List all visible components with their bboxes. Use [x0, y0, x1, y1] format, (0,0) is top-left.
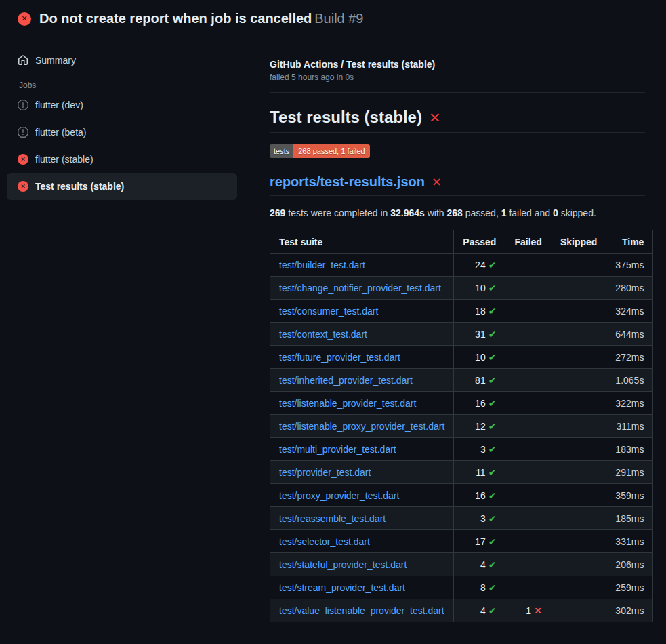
section-heading-row: Test results (stable) ✕: [270, 108, 645, 133]
sidebar-summary-label: Summary: [35, 55, 76, 66]
sidebar-item-test-results-stable[interactable]: ✕Test results (stable): [7, 173, 237, 200]
sidebar-jobs-label: Jobs: [19, 81, 237, 90]
passed-cell: 11✔: [454, 461, 505, 484]
sidebar-item-label: flutter (dev): [35, 100, 83, 110]
test-suite-link[interactable]: test/provider_test.dart: [279, 467, 371, 478]
sidebar-item-summary[interactable]: Summary: [7, 47, 237, 74]
skipped-cell: [551, 415, 606, 438]
test-suite-link[interactable]: test/change_notifier_provider_test.dart: [279, 283, 441, 294]
skipped-cell: [551, 507, 606, 530]
header-divider: [270, 92, 645, 93]
skipped-cell: [551, 346, 606, 369]
sidebar-item-flutter-stable[interactable]: ✕flutter (stable): [7, 146, 237, 173]
test-suite-cell: test/inherited_provider_test.dart: [270, 369, 454, 392]
skipped-cell: [551, 277, 606, 300]
check-run-header: ✕ Do not create report when job is cance…: [0, 0, 666, 36]
table-row: test/provider_test.dart11✔291ms: [270, 461, 653, 484]
test-suite-link[interactable]: test/inherited_provider_test.dart: [279, 375, 413, 386]
test-suite-link[interactable]: test/context_test.dart: [279, 329, 367, 340]
time-cell: 259ms: [606, 576, 653, 599]
time-cell: 302ms: [606, 599, 653, 622]
test-suite-cell: test/listenable_proxy_provider_test.dart: [270, 415, 454, 438]
failed-x-icon: ✕: [429, 110, 441, 125]
badge-label: tests: [270, 144, 293, 158]
test-suite-cell: test/multi_provider_test.dart: [270, 438, 454, 461]
failed-cell: [505, 461, 551, 484]
test-suite-cell: test/reassemble_test.dart: [270, 507, 454, 530]
table-row: test/reassemble_test.dart3✔185ms: [270, 507, 653, 530]
table-row: test/value_listenable_provider_test.dart…: [270, 599, 653, 622]
skipped-cell: [551, 599, 606, 622]
table-row: test/inherited_provider_test.dart81✔1.06…: [270, 369, 653, 392]
failed-cell: [505, 438, 551, 461]
x-icon: ✕: [534, 605, 542, 616]
test-suite-cell: test/change_notifier_provider_test.dart: [270, 277, 454, 300]
check-icon: ✔: [488, 398, 497, 409]
test-suite-link[interactable]: test/future_provider_test.dart: [279, 352, 400, 363]
test-suite-link[interactable]: test/selector_test.dart: [279, 536, 370, 547]
skipped-cell: [551, 300, 606, 323]
check-icon: ✔: [488, 582, 497, 593]
failed-cell: [505, 300, 551, 323]
skipped-cell: [551, 438, 606, 461]
report-file-link[interactable]: reports/test-results.json: [270, 174, 425, 190]
check-title: GitHub Actions / Test results (stable): [270, 59, 645, 70]
skipped-cell: [551, 484, 606, 507]
test-suite-link[interactable]: test/stateful_provider_test.dart: [279, 559, 407, 570]
test-suite-link[interactable]: test/value_listenable_provider_test.dart: [279, 605, 444, 616]
time-cell: 359ms: [606, 484, 653, 507]
test-suite-cell: test/proxy_provider_test.dart: [270, 484, 454, 507]
failed-x-icon: ✕: [432, 176, 442, 188]
table-row: test/proxy_provider_test.dart16✔359ms: [270, 484, 653, 507]
skipped-cell: [551, 392, 606, 415]
col-header-passed: Passed: [454, 230, 505, 254]
failed-cell: [505, 415, 551, 438]
time-cell: 644ms: [606, 323, 653, 346]
skipped-cell: [551, 530, 606, 553]
passed-cell: 3✔: [454, 438, 505, 461]
time-cell: 280ms: [606, 277, 653, 300]
time-cell: 291ms: [606, 461, 653, 484]
time-cell: 206ms: [606, 553, 653, 576]
table-row: test/stream_provider_test.dart8✔259ms: [270, 576, 653, 599]
table-row: test/future_provider_test.dart10✔272ms: [270, 346, 653, 369]
test-suite-link[interactable]: test/consumer_test.dart: [279, 306, 378, 317]
home-icon: [18, 55, 28, 66]
main-content: GitHub Actions / Test results (stable) f…: [270, 36, 666, 622]
sidebar-item-label: flutter (beta): [35, 127, 86, 138]
test-suite-link[interactable]: test/builder_test.dart: [279, 260, 365, 270]
summary-skipped: 0: [553, 207, 558, 218]
check-icon: ✔: [488, 260, 497, 270]
section-heading: Test results (stable): [270, 108, 422, 127]
table-row: test/listenable_provider_test.dart16✔322…: [270, 392, 653, 415]
stop-icon: [18, 127, 28, 138]
test-suite-cell: test/future_provider_test.dart: [270, 346, 454, 369]
test-suite-link[interactable]: test/listenable_provider_test.dart: [279, 398, 416, 409]
check-status-text: failed 5 hours ago in 0s: [270, 73, 645, 82]
test-suite-link[interactable]: test/reassemble_test.dart: [279, 513, 386, 524]
passed-cell: 3✔: [454, 507, 505, 530]
check-icon: ✔: [488, 329, 497, 340]
time-cell: 185ms: [606, 507, 653, 530]
skipped-cell: [551, 553, 606, 576]
test-suite-link[interactable]: test/proxy_provider_test.dart: [279, 490, 399, 501]
time-cell: 1.065s: [606, 369, 653, 392]
test-suite-link[interactable]: test/multi_provider_test.dart: [279, 444, 396, 455]
failed-cell: [505, 277, 551, 300]
x-circle-fill-icon: ✕: [18, 181, 28, 192]
test-suite-link[interactable]: test/listenable_proxy_provider_test.dart: [279, 421, 444, 432]
test-suite-cell: test/provider_test.dart: [270, 461, 454, 484]
time-cell: 331ms: [606, 530, 653, 553]
sidebar-item-flutter-dev[interactable]: flutter (dev): [7, 92, 237, 119]
test-suite-cell: test/stateful_provider_test.dart: [270, 553, 454, 576]
test-suite-cell: test/builder_test.dart: [270, 254, 454, 277]
check-icon: ✔: [488, 490, 497, 501]
test-suite-link[interactable]: test/stream_provider_test.dart: [279, 582, 405, 593]
time-cell: 183ms: [606, 438, 653, 461]
passed-cell: 24✔: [454, 254, 505, 277]
col-header-test-suite: Test suite: [270, 230, 454, 254]
failed-cell: [505, 507, 551, 530]
sidebar-item-flutter-beta[interactable]: flutter (beta): [7, 119, 237, 146]
passed-cell: 4✔: [454, 553, 505, 576]
test-suite-cell: test/value_listenable_provider_test.dart: [270, 599, 454, 622]
